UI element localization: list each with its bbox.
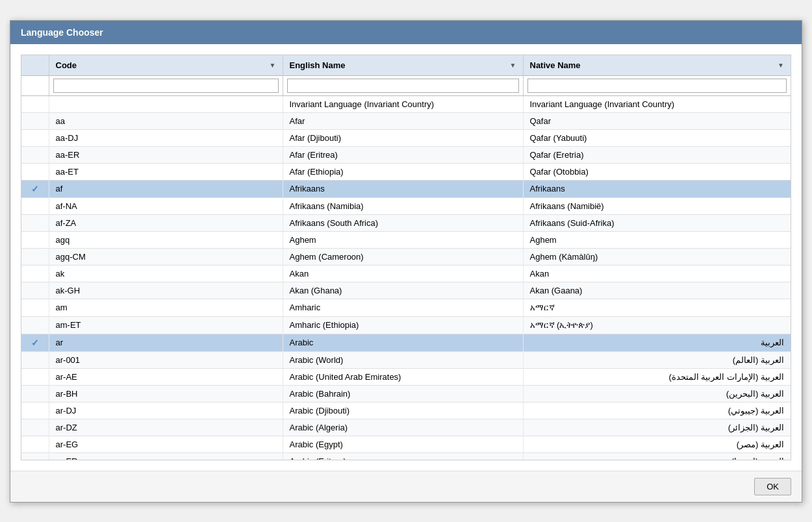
cell-code: ak — [49, 265, 283, 282]
language-table-container: Code ▼ English Name ▼ Na — [21, 55, 791, 460]
checkmark-icon: ✓ — [31, 184, 39, 194]
table-row[interactable]: ak-GHAkan (Ghana)Akan (Gaana) — [21, 282, 791, 299]
cell-native: العربية (مصر) — [523, 436, 791, 453]
cell-english: Aghem (Cameroon) — [283, 248, 523, 265]
cell-english: Arabic (World) — [283, 351, 523, 368]
col-native-label: Native Name — [530, 60, 581, 70]
cell-english: Arabic (Djibouti) — [283, 402, 523, 419]
cell-native: العربية (جيبوتي) — [523, 402, 791, 419]
cell-english: Afar (Djibouti) — [283, 129, 523, 146]
cell-check — [21, 453, 49, 460]
cell-check — [21, 248, 49, 265]
cell-native: العربية (الإمارات العربية المتحدة) — [523, 368, 791, 385]
cell-english: Amharic (Ethiopia) — [283, 316, 523, 334]
cell-native: Aghem — [523, 231, 791, 248]
cell-native: Invariant Language (Invariant Country) — [523, 96, 791, 113]
cell-native: العربية (العالم) — [523, 351, 791, 368]
cell-check — [21, 385, 49, 402]
language-table: Code ▼ English Name ▼ Na — [21, 55, 791, 96]
table-row[interactable]: ar-AEArabic (United Arab Emirates)العربي… — [21, 368, 791, 385]
table-row[interactable]: ✓afAfrikaansAfrikaans — [21, 180, 791, 197]
cell-check — [21, 299, 49, 316]
table-row[interactable]: af-NAAfrikaans (Namibia)Afrikaans (Namib… — [21, 197, 791, 214]
cell-native: Qafar (Otobbia) — [523, 163, 791, 180]
table-row[interactable]: ✓arArabicالعربية — [21, 334, 791, 351]
cell-check — [21, 351, 49, 368]
cell-code: af-NA — [49, 197, 283, 214]
table-row[interactable]: agq-CMAghem (Cameroon)Aghem (Kàmàlûŋ) — [21, 248, 791, 265]
dialog-body: Code ▼ English Name ▼ Na — [10, 44, 802, 471]
cell-english: Invariant Language (Invariant Country) — [283, 96, 523, 113]
table-row[interactable]: aaAfarQafar — [21, 112, 791, 129]
col-header-code[interactable]: Code ▼ — [49, 55, 283, 76]
col-header-native[interactable]: Native Name ▼ — [523, 55, 791, 76]
cell-code: ar-ER — [49, 453, 283, 460]
cell-check — [21, 282, 49, 299]
cell-code: ar — [49, 334, 283, 351]
cell-check — [21, 163, 49, 180]
table-row[interactable]: Invariant Language (Invariant Country)In… — [21, 96, 791, 113]
cell-native: العربية (الجزائر) — [523, 419, 791, 436]
table-row[interactable]: ar-DZArabic (Algeria)العربية (الجزائر) — [21, 419, 791, 436]
cell-native: Aghem (Kàmàlûŋ) — [523, 248, 791, 265]
cell-english: Afrikaans (South Africa) — [283, 214, 523, 231]
table-row[interactable]: akAkanAkan — [21, 265, 791, 282]
table-row[interactable]: aa-DJAfar (Djibouti)Qafar (Yabuuti) — [21, 129, 791, 146]
cell-english: Arabic (Algeria) — [283, 419, 523, 436]
cell-code: am-ET — [49, 316, 283, 334]
table-row[interactable]: ar-ERArabic (Eritrea)العربية (إريتريا) — [21, 453, 791, 460]
cell-english: Afar (Ethiopia) — [283, 163, 523, 180]
table-row[interactable]: ar-EGArabic (Egypt)العربية (مصر) — [21, 436, 791, 453]
cell-english: Afrikaans — [283, 180, 523, 197]
table-row[interactable]: ar-BHArabic (Bahrain)العربية (البحرين) — [21, 385, 791, 402]
cell-code: agq-CM — [49, 248, 283, 265]
filter-check-cell — [21, 75, 49, 95]
cell-english: Amharic — [283, 299, 523, 316]
col-header-check — [21, 55, 49, 76]
cell-check — [21, 231, 49, 248]
cell-native: Qafar (Yabuuti) — [523, 129, 791, 146]
cell-code — [49, 96, 283, 113]
cell-check — [21, 368, 49, 385]
filter-code-input[interactable] — [53, 79, 279, 93]
cell-english: Arabic — [283, 334, 523, 351]
filter-code-cell — [49, 75, 283, 95]
cell-native: Afrikaans (Suid-Afrika) — [523, 214, 791, 231]
filter-native-input[interactable] — [527, 79, 787, 93]
cell-english: Afrikaans (Namibia) — [283, 197, 523, 214]
cell-check — [21, 402, 49, 419]
table-row[interactable]: am-ETAmharic (Ethiopia)አማርኛ (ኢትዮጵያ) — [21, 316, 791, 334]
cell-native: Qafar (Eretria) — [523, 146, 791, 163]
table-row[interactable]: agqAghemAghem — [21, 231, 791, 248]
table-row[interactable]: ar-001Arabic (World)العربية (العالم) — [21, 351, 791, 368]
ok-button[interactable]: OK — [754, 478, 791, 495]
filter-native-cell — [523, 75, 791, 95]
table-row[interactable]: aa-ERAfar (Eritrea)Qafar (Eretria) — [21, 146, 791, 163]
table-row[interactable]: ar-DJArabic (Djibouti)العربية (جيبوتي) — [21, 402, 791, 419]
cell-code: ar-AE — [49, 368, 283, 385]
cell-native: Afrikaans — [523, 180, 791, 197]
cell-code: ak-GH — [49, 282, 283, 299]
cell-check — [21, 214, 49, 231]
cell-native: አማርኛ (ኢትዮጵያ) — [523, 316, 791, 334]
table-row[interactable]: aa-ETAfar (Ethiopia)Qafar (Otobbia) — [21, 163, 791, 180]
cell-check — [21, 316, 49, 334]
filter-english-input[interactable] — [287, 79, 519, 93]
cell-english: Arabic (Eritrea) — [283, 453, 523, 460]
cell-native: Akan (Gaana) — [523, 282, 791, 299]
cell-code: ar-001 — [49, 351, 283, 368]
cell-native: العربية (البحرين) — [523, 385, 791, 402]
cell-check — [21, 436, 49, 453]
cell-check — [21, 129, 49, 146]
col-header-english[interactable]: English Name ▼ — [283, 55, 523, 76]
cell-code: ar-DJ — [49, 402, 283, 419]
table-row[interactable]: af-ZAAfrikaans (South Africa)Afrikaans (… — [21, 214, 791, 231]
dialog-title: Language Chooser — [10, 21, 802, 44]
cell-native: العربية — [523, 334, 791, 351]
table-row[interactable]: amAmharicአማርኛ — [21, 299, 791, 316]
col-code-label: Code — [56, 60, 77, 70]
cell-english: Afar (Eritrea) — [283, 146, 523, 163]
cell-code: aa-DJ — [49, 129, 283, 146]
col-native-sort-arrow: ▼ — [778, 62, 784, 69]
col-english-label: English Name — [290, 60, 346, 70]
